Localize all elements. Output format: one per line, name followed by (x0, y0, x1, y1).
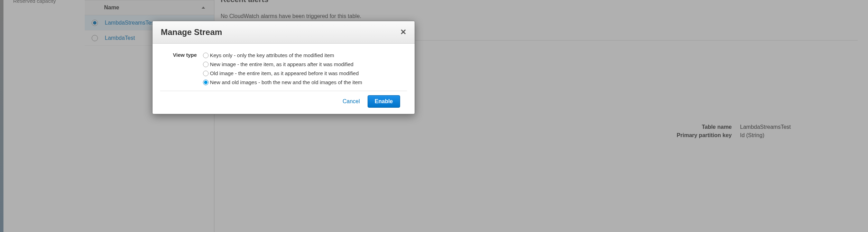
option-keys-only[interactable]: Keys only - only the key attributes of t… (203, 51, 406, 60)
modal-header: Manage Stream ✕ (153, 21, 415, 44)
enable-button[interactable]: Enable (368, 95, 400, 108)
manage-stream-modal: Manage Stream ✕ View type Keys only - on… (152, 21, 415, 114)
close-icon[interactable]: ✕ (400, 28, 406, 37)
radio-icon[interactable] (203, 53, 209, 58)
radio-icon[interactable] (203, 80, 209, 85)
cancel-button[interactable]: Cancel (343, 98, 360, 105)
modal-title: Manage Stream (161, 27, 222, 37)
view-type-options: Keys only - only the key attributes of t… (203, 51, 406, 87)
option-new-and-old-images[interactable]: New and old images - both the new and th… (203, 78, 406, 87)
option-label: New and old images - both the new and th… (210, 78, 362, 87)
modal-footer: Cancel Enable (160, 91, 407, 114)
modal-body: View type Keys only - only the key attri… (153, 44, 415, 91)
view-type-label: View type (161, 51, 203, 87)
option-label: New image - the entire item, as it appea… (210, 60, 353, 69)
radio-icon[interactable] (203, 62, 209, 67)
radio-icon[interactable] (203, 71, 209, 76)
option-label: Keys only - only the key attributes of t… (210, 51, 334, 60)
option-label: Old image - the entire item, as it appea… (210, 69, 359, 78)
modal-overlay (0, 0, 868, 232)
option-new-image[interactable]: New image - the entire item, as it appea… (203, 60, 406, 69)
option-old-image[interactable]: Old image - the entire item, as it appea… (203, 69, 406, 78)
